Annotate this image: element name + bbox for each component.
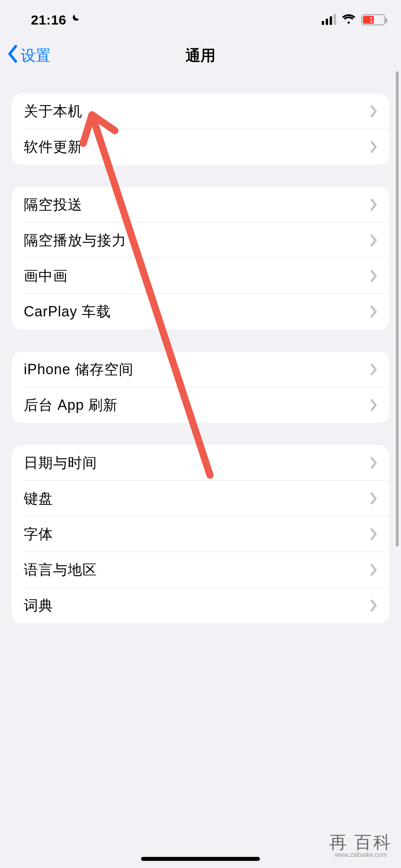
row-label: 隔空播放与接力 <box>24 231 126 250</box>
chevron-right-icon <box>370 105 377 117</box>
settings-group: 日期与时间 键盘 字体 语言与地区 词典 <box>12 445 389 623</box>
status-bar: 21:16 15 <box>0 0 401 32</box>
settings-content[interactable]: 关于本机 软件更新 隔空投送 隔空播放与接力 画中画 CarPlay 车载 iP… <box>0 93 401 623</box>
battery-icon: 15 <box>361 14 385 25</box>
row-carplay[interactable]: CarPlay 车载 <box>12 294 389 329</box>
row-label: CarPlay 车载 <box>24 302 111 322</box>
row-language-region[interactable]: 语言与地区 <box>12 552 389 588</box>
row-label: 键盘 <box>24 489 53 508</box>
chevron-right-icon <box>370 600 377 611</box>
settings-group: 隔空投送 隔空播放与接力 画中画 CarPlay 车载 <box>12 187 389 329</box>
row-pip[interactable]: 画中画 <box>12 258 389 294</box>
scrollbar[interactable] <box>396 71 399 546</box>
row-iphone-storage[interactable]: iPhone 储存空间 <box>12 352 389 387</box>
row-label: 画中画 <box>24 266 68 286</box>
row-airplay-handoff[interactable]: 隔空播放与接力 <box>12 223 389 258</box>
row-dictionary[interactable]: 词典 <box>12 588 389 623</box>
status-left: 21:16 <box>31 12 80 28</box>
row-keyboard[interactable]: 键盘 <box>12 481 389 516</box>
settings-group: 关于本机 软件更新 <box>12 93 389 165</box>
nav-header: 设置 通用 <box>0 32 401 79</box>
watermark: 再 百科 www.zaibaike.com <box>329 834 392 858</box>
wifi-icon <box>342 13 356 26</box>
row-label: 语言与地区 <box>24 560 97 580</box>
chevron-right-icon <box>370 364 377 375</box>
chevron-right-icon <box>370 493 377 504</box>
cellular-signal-icon <box>322 15 336 25</box>
watermark-text: 再 百科 <box>329 834 392 852</box>
settings-group: iPhone 储存空间 后台 App 刷新 <box>12 352 389 423</box>
watermark-url: www.zaibaike.com <box>329 852 392 858</box>
chevron-right-icon <box>370 199 377 211</box>
status-right: 15 <box>322 13 385 26</box>
row-label: 隔空投送 <box>24 195 82 215</box>
row-label: 字体 <box>24 525 53 544</box>
status-time: 21:16 <box>31 12 66 28</box>
row-label: 词典 <box>24 596 53 615</box>
chevron-right-icon <box>370 457 377 469</box>
home-indicator[interactable] <box>141 857 260 861</box>
row-background-app-refresh[interactable]: 后台 App 刷新 <box>12 387 389 423</box>
dnd-moon-icon <box>69 13 80 27</box>
battery-percent: 15 <box>362 16 384 24</box>
row-date-time[interactable]: 日期与时间 <box>12 445 389 481</box>
back-label: 设置 <box>21 46 51 66</box>
row-label: 日期与时间 <box>24 453 97 473</box>
row-about[interactable]: 关于本机 <box>12 93 389 129</box>
chevron-right-icon <box>370 270 377 282</box>
chevron-right-icon <box>370 306 377 318</box>
chevron-right-icon <box>370 399 377 411</box>
row-fonts[interactable]: 字体 <box>12 516 389 552</box>
back-button[interactable]: 设置 <box>7 45 51 67</box>
chevron-right-icon <box>370 564 377 576</box>
chevron-right-icon <box>370 141 377 153</box>
row-label: 后台 App 刷新 <box>24 396 118 415</box>
row-airdrop[interactable]: 隔空投送 <box>12 187 389 223</box>
row-label: iPhone 储存空间 <box>24 360 134 379</box>
row-label: 软件更新 <box>24 137 82 157</box>
chevron-right-icon <box>370 528 377 540</box>
page-title: 通用 <box>185 46 216 66</box>
row-label: 关于本机 <box>24 102 82 121</box>
chevron-right-icon <box>370 234 377 246</box>
chevron-left-icon <box>7 45 18 67</box>
row-software-update[interactable]: 软件更新 <box>12 129 389 165</box>
